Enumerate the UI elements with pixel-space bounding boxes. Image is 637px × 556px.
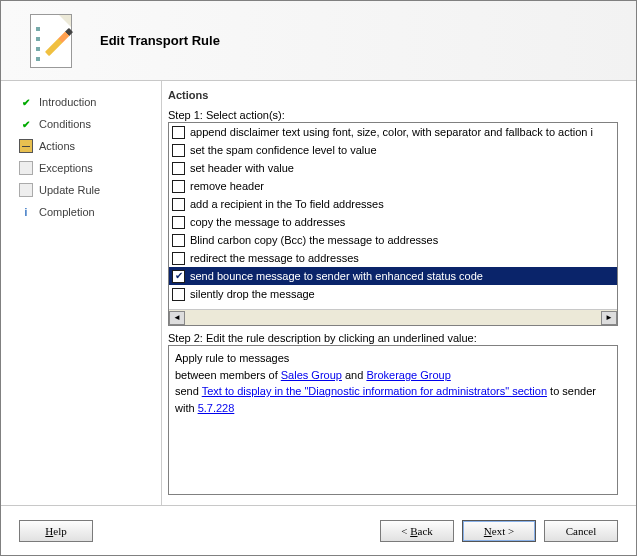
nav-step-label: Update Rule <box>39 184 100 196</box>
checkbox[interactable]: ✔ <box>172 270 185 283</box>
scroll-right-icon[interactable]: ► <box>601 311 617 325</box>
nav-step-completion[interactable]: iCompletion <box>19 201 161 223</box>
scroll-left-icon[interactable]: ◄ <box>169 311 185 325</box>
help-button[interactable]: Help <box>19 520 93 542</box>
wizard-main-panel: Actions Step 1: Select action(s): append… <box>161 81 636 505</box>
next-button[interactable]: Next > <box>462 520 536 542</box>
actions-listbox[interactable]: append disclaimer text using font, size,… <box>168 122 618 326</box>
checkbox[interactable] <box>172 252 185 265</box>
action-row[interactable]: redirect the message to addresses <box>169 249 617 267</box>
info-icon: i <box>19 205 33 219</box>
action-label: copy the message to addresses <box>190 216 345 228</box>
action-row[interactable]: remove header <box>169 177 617 195</box>
wizard-footer: Help < Back Next > Cancel <box>1 505 636 555</box>
pending-step-icon <box>19 161 33 175</box>
action-label: send bounce message to sender with enhan… <box>190 270 483 282</box>
checkbox[interactable] <box>172 144 185 157</box>
checkbox[interactable] <box>172 126 185 139</box>
pending-step-icon <box>19 183 33 197</box>
link-brokerage-group[interactable]: Brokerage Group <box>366 369 450 381</box>
action-label: remove header <box>190 180 264 192</box>
wizard-dialog: Edit Transport Rule ✔Introduction✔Condit… <box>0 0 637 556</box>
desc-line1: Apply rule to messages <box>175 350 611 367</box>
desc-line2: between members of Sales Group and Broke… <box>175 367 611 384</box>
action-row[interactable]: ✔send bounce message to sender with enha… <box>169 267 617 285</box>
nav-step-label: Exceptions <box>39 162 93 174</box>
nav-step-label: Introduction <box>39 96 96 108</box>
check-icon: ✔ <box>19 117 33 131</box>
nav-step-update-rule[interactable]: Update Rule <box>19 179 161 201</box>
rule-description-box: Apply rule to messages between members o… <box>168 345 618 495</box>
nav-step-introduction[interactable]: ✔Introduction <box>19 91 161 113</box>
step1-label: Step 1: Select action(s): <box>168 109 618 121</box>
nav-step-label: Conditions <box>39 118 91 130</box>
desc-line3: send Text to display in the "Diagnostic … <box>175 383 611 416</box>
action-label: silently drop the message <box>190 288 315 300</box>
action-row[interactable]: set the spam confidence level to value <box>169 141 617 159</box>
panel-title: Actions <box>168 89 618 101</box>
wizard-header: Edit Transport Rule <box>1 1 636 81</box>
nav-step-label: Actions <box>39 140 75 152</box>
action-label: add a recipient in the To field addresse… <box>190 198 384 210</box>
checkbox[interactable] <box>172 162 185 175</box>
nav-step-actions[interactable]: Actions <box>19 135 161 157</box>
current-step-icon <box>19 139 33 153</box>
checkbox[interactable] <box>172 234 185 247</box>
nav-step-exceptions[interactable]: Exceptions <box>19 157 161 179</box>
action-label: set header with value <box>190 162 294 174</box>
cancel-button[interactable]: Cancel <box>544 520 618 542</box>
action-label: set the spam confidence level to value <box>190 144 377 156</box>
checkbox[interactable] <box>172 216 185 229</box>
horizontal-scrollbar[interactable]: ◄ ► <box>169 309 617 325</box>
action-row[interactable]: Blind carbon copy (Bcc) the message to a… <box>169 231 617 249</box>
document-edit-icon <box>16 11 86 71</box>
checkbox[interactable] <box>172 180 185 193</box>
action-label: append disclaimer text using font, size,… <box>190 126 593 138</box>
checkbox[interactable] <box>172 288 185 301</box>
action-row[interactable]: add a recipient in the To field addresse… <box>169 195 617 213</box>
nav-step-conditions[interactable]: ✔Conditions <box>19 113 161 135</box>
action-row[interactable]: silently drop the message <box>169 285 617 303</box>
back-button[interactable]: < Back <box>380 520 454 542</box>
checkbox[interactable] <box>172 198 185 211</box>
wizard-steps-nav: ✔Introduction✔ConditionsActionsException… <box>1 81 161 505</box>
link-bounce-text[interactable]: Text to display in the "Diagnostic infor… <box>202 385 547 397</box>
action-row[interactable]: copy the message to addresses <box>169 213 617 231</box>
link-status-code[interactable]: 5.7.228 <box>198 402 235 414</box>
action-label: redirect the message to addresses <box>190 252 359 264</box>
action-label: Blind carbon copy (Bcc) the message to a… <box>190 234 438 246</box>
action-row[interactable]: append disclaimer text using font, size,… <box>169 123 617 141</box>
nav-step-label: Completion <box>39 206 95 218</box>
wizard-title: Edit Transport Rule <box>100 33 220 48</box>
step2-label: Step 2: Edit the rule description by cli… <box>168 332 618 344</box>
action-row[interactable]: set header with value <box>169 159 617 177</box>
link-sales-group[interactable]: Sales Group <box>281 369 342 381</box>
check-icon: ✔ <box>19 95 33 109</box>
